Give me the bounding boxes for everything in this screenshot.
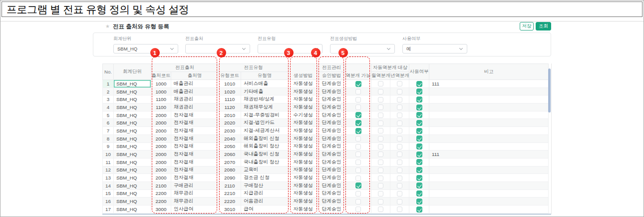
checkbox-year-reverse[interactable] — [397, 168, 402, 173]
checkbox-year-reverse[interactable] — [397, 97, 402, 102]
cell-remark[interactable] — [429, 134, 549, 142]
cell-source-code[interactable]: 2000 — [151, 127, 171, 135]
checkbox-reverse-posting[interactable] — [355, 144, 361, 150]
cell-type-name[interactable]: 구매정산 — [241, 182, 289, 190]
checkbox-month-reverse[interactable] — [378, 112, 383, 118]
checkbox-year-reverse[interactable] — [397, 120, 402, 126]
cell-account-unit[interactable]: SBM_HQ — [114, 182, 151, 190]
cell-gen-method[interactable]: 자동생성 — [289, 158, 318, 166]
checkbox-month-reverse[interactable] — [378, 199, 383, 204]
cell-approve-method[interactable]: 단계승인 — [318, 174, 345, 182]
cell-type-code[interactable]: 1110 — [219, 96, 241, 104]
cell-gen-method[interactable]: 자동생성 — [289, 182, 318, 190]
cell-account-unit[interactable]: SBM_HQ — [114, 190, 151, 198]
cell-remark[interactable] — [429, 198, 549, 206]
checkbox-use-yn[interactable] — [416, 128, 422, 134]
cell-account-unit[interactable]: SBM_HQ — [114, 80, 151, 88]
cell-account-unit[interactable]: SBM_HQ — [114, 111, 151, 119]
cell-account-unit[interactable]: SBM_HQ — [114, 127, 151, 135]
slip-gen-method-select[interactable] — [330, 44, 395, 54]
checkbox-year-reverse[interactable] — [397, 128, 402, 134]
cell-approve-method[interactable]: 단계승인 — [318, 206, 345, 214]
checkbox-month-reverse[interactable] — [378, 160, 383, 165]
cell-account-unit[interactable]: SBM_HQ — [114, 88, 151, 96]
cell-approve-method[interactable]: 단계승인 — [318, 166, 345, 174]
cell-source-name[interactable]: 전자결재 — [171, 134, 219, 142]
cell-no[interactable]: 8 — [103, 134, 114, 142]
checkbox-month-reverse[interactable] — [378, 176, 383, 181]
cell-source-code[interactable]: 2000 — [151, 119, 171, 127]
checkbox-month-reverse[interactable] — [378, 104, 383, 110]
cell-source-code[interactable]: 1100 — [151, 96, 171, 104]
cell-type-name[interactable]: 지결-무증빙경비 — [241, 111, 289, 119]
cell-gen-method[interactable]: 자동생성 — [289, 198, 318, 206]
cell-approve-method[interactable]: 단계승인 — [318, 134, 345, 142]
cell-remark[interactable] — [429, 182, 549, 190]
cell-type-code[interactable]: 1020 — [219, 88, 241, 96]
cell-account-unit[interactable]: SBM_HQ — [114, 166, 151, 174]
cell-type-name[interactable]: 서비스매출 — [241, 80, 289, 88]
checkbox-reverse-posting[interactable] — [355, 176, 361, 181]
cell-account-unit[interactable]: SBM_HQ — [114, 142, 151, 150]
cell-account-unit[interactable]: SBM_HQ — [114, 104, 151, 112]
checkbox-reverse-posting[interactable] — [355, 191, 361, 196]
cell-remark[interactable] — [429, 190, 549, 198]
cell-no[interactable]: 7 — [103, 127, 114, 135]
cell-type-name[interactable]: 채권반제/상계 — [241, 96, 289, 104]
cell-gen-method[interactable]: 자동생성 — [289, 174, 318, 182]
cell-approve-method[interactable]: 단계승인 — [318, 182, 345, 190]
checkbox-month-reverse[interactable] — [378, 136, 383, 142]
cell-source-name[interactable]: 전자결재 — [171, 158, 219, 166]
cell-gen-method[interactable]: 자동생성 — [289, 88, 318, 96]
cell-type-name[interactable]: 지급관리 — [241, 190, 289, 198]
cell-approve-method[interactable]: 단계승인 — [318, 158, 345, 166]
checkbox-month-reverse[interactable] — [378, 81, 383, 86]
cell-type-name[interactable]: 어음관리 — [241, 198, 289, 206]
checkbox-reverse-posting[interactable] — [355, 136, 361, 142]
checkbox-reverse-posting[interactable] — [355, 89, 361, 94]
checkbox-reverse-posting[interactable] — [355, 206, 361, 212]
cell-source-name[interactable]: 구매관리 — [171, 182, 219, 190]
checkbox-use-yn[interactable] — [416, 198, 422, 204]
cell-remark[interactable] — [429, 96, 549, 104]
horizontal-scrollbar[interactable] — [102, 214, 551, 215]
cell-type-name[interactable]: 경조금 신청 — [241, 174, 289, 182]
cell-gen-method[interactable]: 자동생성 — [289, 150, 318, 158]
cell-account-unit[interactable]: SBM_HQ — [114, 150, 151, 158]
cell-type-name[interactable]: 해외출장비 신청 — [241, 134, 289, 142]
cell-account-unit[interactable]: SBM_HQ — [114, 206, 151, 214]
checkbox-year-reverse[interactable] — [397, 81, 402, 86]
cell-source-name[interactable]: 인사급여 — [171, 206, 219, 214]
cell-type-code[interactable]: 2110 — [219, 182, 241, 190]
checkbox-month-reverse[interactable] — [378, 120, 383, 126]
cell-source-name[interactable]: 전자결재 — [171, 142, 219, 150]
cell-approve-method[interactable]: 단계승인 — [318, 127, 345, 135]
cell-account-unit[interactable]: SBM_HQ — [114, 96, 151, 104]
cell-approve-method[interactable]: 단계승인 — [318, 111, 345, 119]
checkbox-use-yn[interactable] — [416, 112, 422, 118]
cell-type-code[interactable]: 2040 — [219, 134, 241, 142]
cell-source-name[interactable]: 채권관리 — [171, 104, 219, 112]
checkbox-year-reverse[interactable] — [397, 144, 402, 150]
cell-source-code[interactable]: 1000 — [151, 80, 171, 88]
cell-source-code[interactable]: 2000 — [151, 174, 171, 182]
checkbox-reverse-posting[interactable] — [355, 160, 361, 165]
checkbox-month-reverse[interactable] — [378, 206, 383, 212]
account-unit-select[interactable]: SBM_HQ — [113, 44, 178, 54]
cell-gen-method[interactable]: 자동생성 — [289, 119, 318, 127]
slip-source-select[interactable] — [185, 44, 250, 54]
vertical-scrollbar[interactable] — [548, 68, 551, 112]
checkbox-use-yn[interactable] — [416, 206, 422, 212]
cell-remark[interactable] — [429, 206, 549, 214]
checkbox-reverse-posting[interactable] — [355, 104, 361, 110]
checkbox-year-reverse[interactable] — [397, 89, 402, 94]
cell-approve-method[interactable]: 단계승인 — [318, 96, 345, 104]
cell-source-name[interactable]: 채권관리 — [171, 96, 219, 104]
cell-gen-method[interactable]: 자동생성 — [289, 127, 318, 135]
cell-approve-method[interactable]: 단계승인 — [318, 80, 345, 88]
cell-approve-method[interactable]: 단계승인 — [318, 150, 345, 158]
checkbox-reverse-posting[interactable] — [355, 152, 361, 157]
cell-gen-method[interactable]: 자동생성 — [289, 96, 318, 104]
cell-no[interactable]: 3 — [103, 96, 114, 104]
cell-no[interactable]: 9 — [103, 142, 114, 150]
